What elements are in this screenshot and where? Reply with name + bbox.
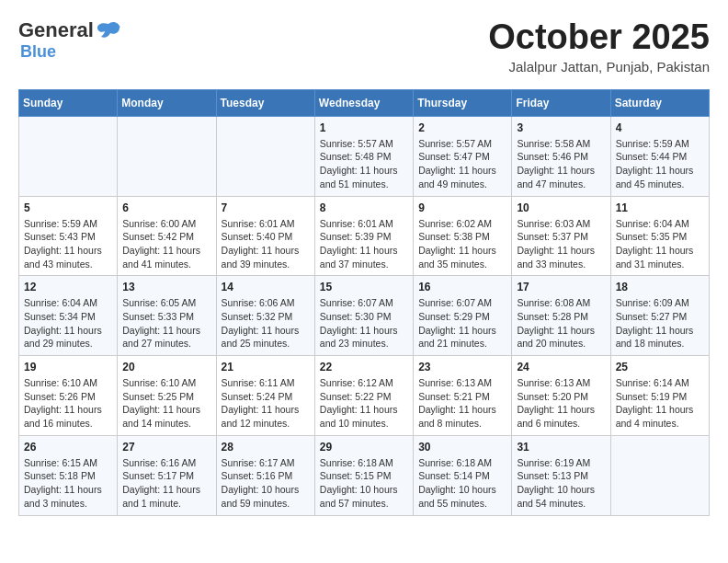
day-info: Sunrise: 6:14 AMSunset: 5:19 PMDaylight:… bbox=[616, 376, 704, 431]
calendar-cell: 11Sunrise: 6:04 AMSunset: 5:35 PMDayligh… bbox=[610, 196, 709, 276]
day-number: 25 bbox=[616, 361, 704, 373]
calendar-cell: 26Sunrise: 6:15 AMSunset: 5:18 PMDayligh… bbox=[19, 435, 118, 515]
weekday-header: Thursday bbox=[414, 89, 512, 116]
day-number: 2 bbox=[418, 121, 506, 134]
calendar-cell bbox=[118, 116, 216, 196]
weekday-header: Monday bbox=[118, 89, 216, 116]
day-info: Sunrise: 6:01 AMSunset: 5:39 PMDaylight:… bbox=[320, 217, 408, 271]
day-info: Sunrise: 5:59 AMSunset: 5:43 PMDaylight:… bbox=[24, 217, 112, 271]
calendar-cell: 17Sunrise: 6:08 AMSunset: 5:28 PMDayligh… bbox=[512, 276, 610, 356]
day-info: Sunrise: 6:18 AMSunset: 5:15 PMDaylight:… bbox=[320, 456, 408, 511]
logo-bird-icon bbox=[96, 20, 121, 40]
day-number: 8 bbox=[320, 201, 408, 214]
day-info: Sunrise: 5:57 AMSunset: 5:48 PMDaylight:… bbox=[320, 137, 408, 191]
calendar-cell: 4Sunrise: 5:59 AMSunset: 5:44 PMDaylight… bbox=[610, 116, 709, 196]
day-info: Sunrise: 6:07 AMSunset: 5:30 PMDaylight:… bbox=[320, 296, 408, 350]
calendar-cell: 6Sunrise: 6:00 AMSunset: 5:42 PMDaylight… bbox=[118, 196, 216, 276]
calendar-week-row: 26Sunrise: 6:15 AMSunset: 5:18 PMDayligh… bbox=[19, 435, 710, 515]
day-number: 27 bbox=[122, 441, 210, 454]
calendar-cell: 18Sunrise: 6:09 AMSunset: 5:27 PMDayligh… bbox=[610, 276, 709, 356]
calendar-cell: 16Sunrise: 6:07 AMSunset: 5:29 PMDayligh… bbox=[414, 276, 512, 356]
calendar-cell: 15Sunrise: 6:07 AMSunset: 5:30 PMDayligh… bbox=[314, 276, 413, 356]
day-number: 23 bbox=[418, 361, 506, 373]
calendar-cell: 30Sunrise: 6:18 AMSunset: 5:14 PMDayligh… bbox=[414, 435, 512, 515]
calendar-week-row: 12Sunrise: 6:04 AMSunset: 5:34 PMDayligh… bbox=[19, 276, 710, 356]
day-info: Sunrise: 6:04 AMSunset: 5:35 PMDaylight:… bbox=[616, 217, 704, 271]
day-info: Sunrise: 6:18 AMSunset: 5:14 PMDaylight:… bbox=[418, 456, 506, 511]
calendar-week-row: 1Sunrise: 5:57 AMSunset: 5:48 PMDaylight… bbox=[19, 116, 710, 196]
day-number: 14 bbox=[222, 281, 310, 293]
calendar-cell: 24Sunrise: 6:13 AMSunset: 5:20 PMDayligh… bbox=[512, 356, 610, 436]
day-number: 22 bbox=[320, 361, 408, 373]
day-info: Sunrise: 6:10 AMSunset: 5:25 PMDaylight:… bbox=[122, 376, 210, 431]
day-info: Sunrise: 6:06 AMSunset: 5:32 PMDaylight:… bbox=[222, 296, 310, 350]
day-number: 9 bbox=[418, 201, 506, 214]
day-number: 12 bbox=[24, 281, 112, 293]
day-info: Sunrise: 6:00 AMSunset: 5:42 PMDaylight:… bbox=[122, 217, 210, 271]
calendar-cell: 14Sunrise: 6:06 AMSunset: 5:32 PMDayligh… bbox=[216, 276, 314, 356]
day-info: Sunrise: 6:09 AMSunset: 5:27 PMDaylight:… bbox=[616, 296, 704, 350]
day-number: 7 bbox=[222, 201, 310, 214]
calendar-week-row: 19Sunrise: 6:10 AMSunset: 5:26 PMDayligh… bbox=[19, 356, 710, 436]
title-section: October 2025 Jalalpur Jattan, Punjab, Pa… bbox=[488, 18, 710, 75]
day-number: 31 bbox=[517, 441, 605, 454]
weekday-header: Saturday bbox=[610, 89, 709, 116]
calendar-cell bbox=[19, 116, 118, 196]
calendar-cell: 10Sunrise: 6:03 AMSunset: 5:37 PMDayligh… bbox=[512, 196, 610, 276]
calendar-cell: 5Sunrise: 5:59 AMSunset: 5:43 PMDaylight… bbox=[19, 196, 118, 276]
day-number: 17 bbox=[517, 281, 605, 293]
weekday-header: Friday bbox=[512, 89, 610, 116]
calendar-cell: 2Sunrise: 5:57 AMSunset: 5:47 PMDaylight… bbox=[414, 116, 512, 196]
day-number: 18 bbox=[616, 281, 704, 293]
logo-general: General bbox=[18, 18, 94, 42]
weekday-header: Wednesday bbox=[314, 89, 413, 116]
calendar-header: SundayMondayTuesdayWednesdayThursdayFrid… bbox=[19, 89, 710, 116]
calendar-cell: 19Sunrise: 6:10 AMSunset: 5:26 PMDayligh… bbox=[19, 356, 118, 436]
calendar-cell: 9Sunrise: 6:02 AMSunset: 5:38 PMDaylight… bbox=[414, 196, 512, 276]
day-info: Sunrise: 6:08 AMSunset: 5:28 PMDaylight:… bbox=[517, 296, 605, 350]
day-number: 1 bbox=[320, 121, 408, 134]
day-info: Sunrise: 6:16 AMSunset: 5:17 PMDaylight:… bbox=[122, 456, 210, 511]
day-number: 4 bbox=[616, 121, 704, 134]
day-number: 3 bbox=[517, 121, 605, 134]
day-info: Sunrise: 6:05 AMSunset: 5:33 PMDaylight:… bbox=[122, 296, 210, 350]
day-info: Sunrise: 6:17 AMSunset: 5:16 PMDaylight:… bbox=[222, 456, 310, 511]
calendar-cell: 25Sunrise: 6:14 AMSunset: 5:19 PMDayligh… bbox=[610, 356, 709, 436]
day-number: 6 bbox=[122, 201, 210, 214]
day-info: Sunrise: 6:13 AMSunset: 5:20 PMDaylight:… bbox=[517, 376, 605, 431]
calendar-cell: 31Sunrise: 6:19 AMSunset: 5:13 PMDayligh… bbox=[512, 435, 610, 515]
weekday-header: Sunday bbox=[19, 89, 118, 116]
day-number: 10 bbox=[517, 201, 605, 214]
logo: General Blue bbox=[18, 18, 121, 62]
day-info: Sunrise: 6:13 AMSunset: 5:21 PMDaylight:… bbox=[418, 376, 506, 431]
calendar-cell: 8Sunrise: 6:01 AMSunset: 5:39 PMDaylight… bbox=[314, 196, 413, 276]
calendar-cell bbox=[610, 435, 709, 515]
day-info: Sunrise: 6:03 AMSunset: 5:37 PMDaylight:… bbox=[517, 217, 605, 271]
day-info: Sunrise: 5:57 AMSunset: 5:47 PMDaylight:… bbox=[418, 137, 506, 191]
day-number: 16 bbox=[418, 281, 506, 293]
calendar-cell: 27Sunrise: 6:16 AMSunset: 5:17 PMDayligh… bbox=[118, 435, 216, 515]
calendar-table: SundayMondayTuesdayWednesdayThursdayFrid… bbox=[18, 89, 710, 516]
calendar-cell: 3Sunrise: 5:58 AMSunset: 5:46 PMDaylight… bbox=[512, 116, 610, 196]
month-title: October 2025 bbox=[488, 18, 710, 57]
calendar-cell: 20Sunrise: 6:10 AMSunset: 5:25 PMDayligh… bbox=[118, 356, 216, 436]
day-info: Sunrise: 6:15 AMSunset: 5:18 PMDaylight:… bbox=[24, 456, 112, 511]
day-info: Sunrise: 6:07 AMSunset: 5:29 PMDaylight:… bbox=[418, 296, 506, 350]
day-info: Sunrise: 6:10 AMSunset: 5:26 PMDaylight:… bbox=[24, 376, 112, 431]
day-number: 29 bbox=[320, 441, 408, 454]
calendar-cell: 21Sunrise: 6:11 AMSunset: 5:24 PMDayligh… bbox=[216, 356, 314, 436]
day-number: 20 bbox=[122, 361, 210, 373]
day-number: 5 bbox=[24, 201, 112, 214]
day-number: 11 bbox=[616, 201, 704, 214]
day-info: Sunrise: 6:12 AMSunset: 5:22 PMDaylight:… bbox=[320, 376, 408, 431]
calendar-cell bbox=[216, 116, 314, 196]
day-number: 24 bbox=[517, 361, 605, 373]
calendar-cell: 1Sunrise: 5:57 AMSunset: 5:48 PMDaylight… bbox=[314, 116, 413, 196]
day-info: Sunrise: 6:04 AMSunset: 5:34 PMDaylight:… bbox=[24, 296, 112, 350]
day-number: 19 bbox=[24, 361, 112, 373]
day-info: Sunrise: 6:19 AMSunset: 5:13 PMDaylight:… bbox=[517, 456, 605, 511]
calendar-cell: 22Sunrise: 6:12 AMSunset: 5:22 PMDayligh… bbox=[314, 356, 413, 436]
day-number: 30 bbox=[418, 441, 506, 454]
calendar-cell: 29Sunrise: 6:18 AMSunset: 5:15 PMDayligh… bbox=[314, 435, 413, 515]
day-info: Sunrise: 6:11 AMSunset: 5:24 PMDaylight:… bbox=[222, 376, 310, 431]
